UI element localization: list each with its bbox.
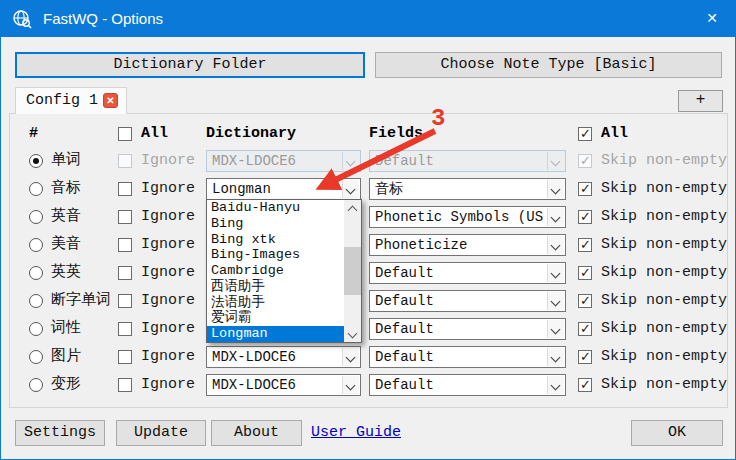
- ignore-checkbox[interactable]: [118, 154, 132, 168]
- row-radio[interactable]: [29, 322, 43, 336]
- chevron-down-icon: [342, 348, 359, 366]
- skip-checkbox[interactable]: [578, 350, 592, 364]
- ignore-label: Ignore: [141, 343, 195, 371]
- grid-row: 美音IgnorePhoneticizeSkip non-empty: [9, 231, 729, 259]
- skip-checkbox[interactable]: [578, 294, 592, 308]
- about-button[interactable]: About: [211, 420, 302, 446]
- dictionary-value: MDX-LDOCE6: [212, 375, 340, 395]
- dictionary-folder-button[interactable]: Dictionary Folder: [15, 52, 365, 78]
- user-guide-link[interactable]: User Guide: [311, 420, 401, 446]
- chevron-down-icon: [547, 292, 564, 310]
- ignore-checkbox[interactable]: [118, 294, 132, 308]
- fields-select[interactable]: Default: [369, 374, 566, 396]
- ignore-checkbox[interactable]: [118, 210, 132, 224]
- ignore-checkbox[interactable]: [118, 350, 132, 364]
- row-label: 变形: [51, 371, 81, 399]
- row-radio[interactable]: [29, 294, 43, 308]
- chevron-down-icon: [547, 264, 564, 282]
- tab-close-icon[interactable]: ✕: [103, 93, 118, 108]
- dictionary-select[interactable]: MDX-LDOCE6: [206, 150, 361, 172]
- header-hash: #: [29, 121, 38, 147]
- chevron-down-icon: [547, 348, 564, 366]
- scroll-thumb[interactable]: [344, 247, 361, 295]
- skip-label: Skip non-empty: [601, 287, 727, 315]
- header-all-right: All: [601, 121, 628, 147]
- skip-label: Skip non-empty: [601, 231, 727, 259]
- fields-select[interactable]: Default: [369, 290, 566, 312]
- scroll-down-icon[interactable]: [344, 326, 361, 342]
- dictionary-value: MDX-LDOCE6: [212, 151, 340, 171]
- ignore-label: Ignore: [141, 203, 195, 231]
- fields-select[interactable]: Default: [369, 318, 566, 340]
- ignore-checkbox[interactable]: [118, 266, 132, 280]
- skip-checkbox[interactable]: [578, 182, 592, 196]
- dictionary-value: MDX-LDOCE6: [212, 347, 340, 367]
- row-label: 英英: [51, 259, 81, 287]
- grid-row: 单词IgnoreMDX-LDOCE6DefaultSkip non-empty: [9, 147, 729, 175]
- row-label: 断字单词: [51, 287, 111, 315]
- dropdown-item[interactable]: Bing-Images: [207, 247, 344, 263]
- chevron-down-icon: [547, 376, 564, 394]
- fields-select[interactable]: Default: [369, 262, 566, 284]
- all-ignore-checkbox[interactable]: [118, 127, 132, 141]
- chevron-down-icon: [342, 152, 359, 170]
- choose-note-type-button[interactable]: Choose Note Type [Basic]: [375, 52, 722, 78]
- row-radio[interactable]: [29, 210, 43, 224]
- ignore-checkbox[interactable]: [118, 182, 132, 196]
- dropdown-item[interactable]: 西语助手: [207, 279, 344, 295]
- grid-row: 英音IgnorePhonetic Symbols (US)Skip non-em…: [9, 203, 729, 231]
- chevron-down-icon: [342, 376, 359, 394]
- tab-config-1[interactable]: Config 1 ✕: [15, 87, 127, 114]
- scroll-up-icon[interactable]: [344, 200, 361, 216]
- skip-checkbox[interactable]: [578, 210, 592, 224]
- fields-select[interactable]: Default: [369, 150, 566, 172]
- skip-checkbox[interactable]: [578, 238, 592, 252]
- fields-select[interactable]: 音标: [369, 178, 566, 200]
- field-value: Default: [375, 263, 545, 283]
- grid-row: 变形IgnoreMDX-LDOCE6DefaultSkip non-empty: [9, 371, 729, 399]
- ignore-label: Ignore: [141, 175, 195, 203]
- dictionary-select[interactable]: MDX-LDOCE6: [206, 374, 361, 396]
- row-radio[interactable]: [29, 238, 43, 252]
- all-skip-checkbox[interactable]: [578, 127, 592, 141]
- skip-checkbox[interactable]: [578, 154, 592, 168]
- dropdown-item[interactable]: Cambridge: [207, 263, 344, 279]
- dropdown-item[interactable]: Bing: [207, 216, 344, 232]
- row-radio[interactable]: [29, 378, 43, 392]
- row-radio[interactable]: [29, 266, 43, 280]
- fields-select[interactable]: Default: [369, 346, 566, 368]
- ignore-checkbox[interactable]: [118, 378, 132, 392]
- grid-row: 断字单词IgnoreDefaultSkip non-empty: [9, 287, 729, 315]
- row-radio[interactable]: [29, 350, 43, 364]
- dictionary-select[interactable]: MDX-LDOCE6: [206, 346, 361, 368]
- dropdown-item[interactable]: Baidu-Hanyu: [207, 200, 344, 216]
- settings-button[interactable]: Settings: [15, 420, 105, 446]
- row-label: 英音: [51, 203, 81, 231]
- fields-select[interactable]: Phoneticize: [369, 234, 566, 256]
- dropdown-item[interactable]: Longman: [207, 326, 344, 342]
- ok-button[interactable]: OK: [631, 420, 723, 446]
- update-button[interactable]: Update: [116, 420, 206, 446]
- ignore-label: Ignore: [141, 371, 195, 399]
- dropdown-scrollbar[interactable]: [344, 200, 361, 342]
- dropdown-item[interactable]: Bing xtk: [207, 232, 344, 248]
- dictionary-select[interactable]: Longman: [206, 178, 361, 200]
- row-radio[interactable]: [29, 182, 43, 196]
- header-dictionary: Dictionary: [206, 121, 296, 147]
- window-close-icon[interactable]: ✕: [689, 1, 735, 37]
- chevron-down-icon: [547, 152, 564, 170]
- add-config-button[interactable]: +: [678, 90, 723, 112]
- dropdown-item[interactable]: 法语助手: [207, 295, 344, 311]
- skip-label: Skip non-empty: [601, 259, 727, 287]
- skip-checkbox[interactable]: [578, 378, 592, 392]
- skip-checkbox[interactable]: [578, 266, 592, 280]
- ignore-label: Ignore: [141, 315, 195, 343]
- chevron-down-icon: [547, 320, 564, 338]
- dropdown-item[interactable]: 爱词霸: [207, 310, 344, 326]
- chevron-down-icon: [547, 236, 564, 254]
- skip-checkbox[interactable]: [578, 322, 592, 336]
- row-radio[interactable]: [29, 154, 43, 168]
- fields-select[interactable]: Phonetic Symbols (US): [369, 206, 566, 228]
- ignore-checkbox[interactable]: [118, 322, 132, 336]
- ignore-checkbox[interactable]: [118, 238, 132, 252]
